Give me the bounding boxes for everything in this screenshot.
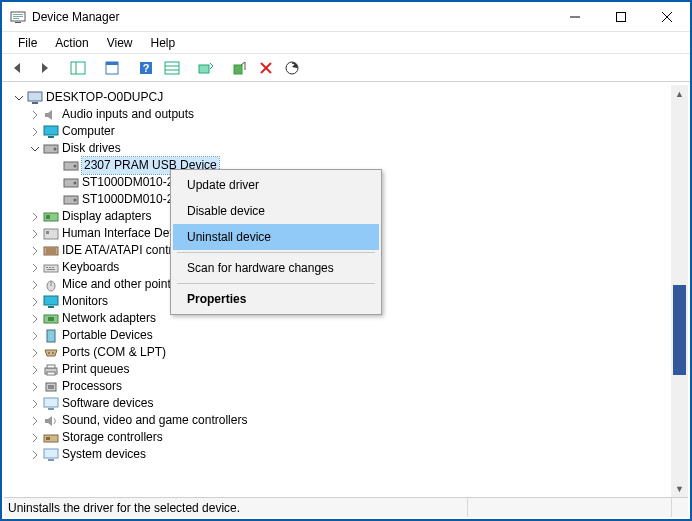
menu-action[interactable]: Action bbox=[47, 34, 96, 52]
hid-icon bbox=[42, 226, 60, 242]
chevron-right-icon[interactable] bbox=[28, 229, 42, 239]
computer-icon bbox=[26, 90, 44, 106]
properties-button[interactable] bbox=[100, 57, 124, 79]
tree-label: Sound, video and game controllers bbox=[62, 412, 247, 429]
portable-icon bbox=[42, 328, 60, 344]
tree-label: Storage controllers bbox=[62, 429, 163, 446]
svg-rect-38 bbox=[46, 231, 49, 234]
svg-rect-12 bbox=[106, 62, 118, 65]
monitor-icon bbox=[42, 294, 60, 310]
svg-rect-59 bbox=[47, 372, 55, 375]
menu-item-uninstall-device[interactable]: Uninstall device bbox=[173, 224, 379, 250]
chevron-right-icon[interactable] bbox=[28, 416, 42, 426]
back-button[interactable] bbox=[6, 57, 30, 79]
forward-button[interactable] bbox=[32, 57, 56, 79]
svg-rect-24 bbox=[32, 102, 38, 104]
close-button[interactable] bbox=[644, 2, 690, 32]
disable-device-button[interactable] bbox=[228, 57, 252, 79]
menu-item-scan-hardware[interactable]: Scan for hardware changes bbox=[173, 255, 379, 281]
chevron-right-icon[interactable] bbox=[28, 382, 42, 392]
scroll-down-arrow[interactable]: ▼ bbox=[671, 480, 688, 497]
tree-label: Print queues bbox=[62, 361, 129, 378]
chevron-right-icon[interactable] bbox=[28, 450, 42, 460]
chevron-right-icon[interactable] bbox=[28, 127, 42, 137]
scan-hardware-button[interactable] bbox=[280, 57, 304, 79]
chevron-right-icon[interactable] bbox=[28, 212, 42, 222]
menu-help[interactable]: Help bbox=[143, 34, 184, 52]
tree-label: Audio inputs and outputs bbox=[62, 106, 194, 123]
chevron-right-icon[interactable] bbox=[28, 280, 42, 290]
chevron-down-icon[interactable] bbox=[28, 144, 42, 154]
context-menu: Update driver Disable device Uninstall d… bbox=[170, 169, 382, 315]
tree-label: Display adapters bbox=[62, 208, 151, 225]
window-controls bbox=[552, 2, 690, 32]
menu-item-update-driver[interactable]: Update driver bbox=[173, 172, 379, 198]
scroll-thumb[interactable] bbox=[673, 285, 686, 375]
vertical-scrollbar[interactable]: ▲ ▼ bbox=[671, 85, 688, 497]
chevron-right-icon[interactable] bbox=[28, 246, 42, 256]
ide-icon bbox=[42, 243, 60, 259]
tree-item-sound[interactable]: Sound, video and game controllers bbox=[6, 412, 688, 429]
tree-item-software[interactable]: Software devices bbox=[6, 395, 688, 412]
chevron-right-icon[interactable] bbox=[28, 297, 42, 307]
show-hide-pane-button[interactable] bbox=[66, 57, 90, 79]
tree-item-audio[interactable]: Audio inputs and outputs bbox=[6, 106, 688, 123]
menu-view[interactable]: View bbox=[99, 34, 141, 52]
tree-label: Disk drives bbox=[62, 140, 121, 157]
svg-rect-3 bbox=[13, 16, 23, 17]
svg-point-22 bbox=[286, 62, 298, 74]
svg-rect-50 bbox=[44, 296, 58, 305]
svg-point-32 bbox=[74, 181, 77, 184]
audio-icon bbox=[42, 107, 60, 123]
tree-item-ports[interactable]: Ports (COM & LPT) bbox=[6, 344, 688, 361]
chevron-right-icon[interactable] bbox=[28, 433, 42, 443]
svg-rect-61 bbox=[48, 385, 54, 389]
software-icon bbox=[42, 396, 60, 412]
storage-icon bbox=[42, 430, 60, 446]
svg-rect-63 bbox=[48, 408, 54, 410]
menu-separator bbox=[177, 283, 375, 284]
svg-rect-23 bbox=[28, 92, 42, 101]
svg-rect-47 bbox=[47, 269, 55, 270]
maximize-button[interactable] bbox=[598, 2, 644, 32]
chevron-right-icon[interactable] bbox=[28, 365, 42, 375]
svg-rect-18 bbox=[199, 65, 209, 73]
view-button[interactable] bbox=[160, 57, 184, 79]
svg-rect-44 bbox=[46, 267, 48, 268]
chevron-down-icon[interactable] bbox=[12, 93, 26, 103]
minimize-button[interactable] bbox=[552, 2, 598, 32]
tree-item-system[interactable]: System devices bbox=[6, 446, 688, 463]
chevron-right-icon[interactable] bbox=[28, 399, 42, 409]
menu-item-properties[interactable]: Properties bbox=[173, 286, 379, 312]
chevron-right-icon[interactable] bbox=[28, 331, 42, 341]
menu-file[interactable]: File bbox=[10, 34, 45, 52]
chevron-right-icon[interactable] bbox=[28, 263, 42, 273]
keyboard-icon bbox=[42, 260, 60, 276]
app-icon bbox=[10, 9, 26, 25]
svg-rect-36 bbox=[46, 215, 50, 219]
svg-rect-65 bbox=[46, 437, 50, 440]
update-driver-button[interactable] bbox=[194, 57, 218, 79]
cpu-icon bbox=[42, 379, 60, 395]
svg-rect-46 bbox=[52, 267, 54, 268]
chevron-right-icon[interactable] bbox=[28, 348, 42, 358]
svg-point-56 bbox=[52, 352, 54, 354]
tree-root[interactable]: DESKTOP-O0DUPCJ bbox=[6, 89, 688, 106]
tree-item-portable[interactable]: Portable Devices bbox=[6, 327, 688, 344]
mouse-icon bbox=[42, 277, 60, 293]
svg-rect-51 bbox=[48, 306, 54, 308]
chevron-right-icon[interactable] bbox=[28, 110, 42, 120]
tree-item-processors[interactable]: Processors bbox=[6, 378, 688, 395]
tree-item-printq[interactable]: Print queues bbox=[6, 361, 688, 378]
tree-item-disk-drives[interactable]: Disk drives bbox=[6, 140, 688, 157]
status-text: Uninstalls the driver for the selected d… bbox=[8, 501, 240, 515]
help-button[interactable]: ? bbox=[134, 57, 158, 79]
svg-rect-62 bbox=[44, 398, 58, 407]
uninstall-device-button[interactable] bbox=[254, 57, 278, 79]
svg-rect-58 bbox=[47, 365, 55, 368]
menu-item-disable-device[interactable]: Disable device bbox=[173, 198, 379, 224]
scroll-up-arrow[interactable]: ▲ bbox=[671, 85, 688, 102]
tree-item-storage[interactable]: Storage controllers bbox=[6, 429, 688, 446]
chevron-right-icon[interactable] bbox=[28, 314, 42, 324]
tree-item-computer[interactable]: Computer bbox=[6, 123, 688, 140]
